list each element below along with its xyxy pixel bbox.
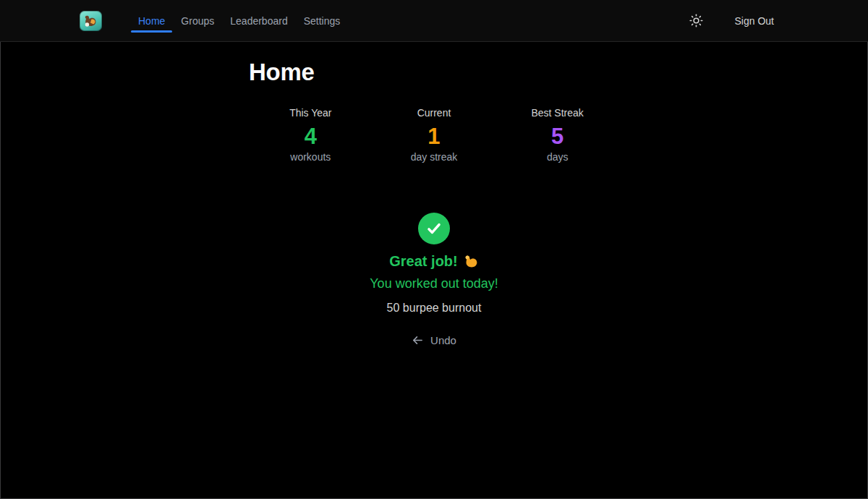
arrow-left-icon <box>412 334 424 346</box>
stat-unit: day streak <box>373 151 496 163</box>
stat-label: Best Streak <box>495 107 619 119</box>
stat-label: This Year <box>249 107 373 119</box>
navbar-right: Sign Out <box>689 14 788 27</box>
stats-row: This Year 4 workouts Current 1 day strea… <box>249 107 619 163</box>
navbar: Home Groups Leaderboard Settings <box>0 0 868 42</box>
stat-unit: workouts <box>249 151 373 163</box>
stat-this-year: This Year 4 workouts <box>249 107 373 163</box>
stat-best-streak: Best Streak 5 days <box>495 107 619 163</box>
main-content: Home This Year 4 workouts Current 1 day … <box>249 42 619 349</box>
workout-name: 50 burpee burnout <box>249 301 619 315</box>
sun-icon <box>689 14 703 27</box>
active-tab-underline <box>131 30 172 33</box>
great-job-text: Great job! <box>389 252 457 270</box>
nav-item-groups[interactable]: Groups <box>174 0 221 41</box>
stat-label: Current <box>373 107 496 119</box>
checkmark-icon <box>425 219 443 238</box>
nav-item-leaderboard[interactable]: Leaderboard <box>223 0 294 41</box>
main-nav: Home Groups Leaderboard Settings <box>131 0 347 41</box>
stat-unit: days <box>495 151 619 163</box>
logo-bicep-art <box>82 13 99 29</box>
undo-button[interactable]: Undo <box>412 334 456 346</box>
stat-current-streak: Current 1 day streak <box>373 107 496 163</box>
flexed-bicep-icon <box>464 254 479 269</box>
worked-out-message: You worked out today! <box>249 276 619 291</box>
undo-label: Undo <box>430 334 456 346</box>
page-title: Home <box>249 59 619 85</box>
theme-toggle-button[interactable] <box>689 14 703 27</box>
app-logo-icon[interactable] <box>80 11 102 31</box>
nav-item-groups-label: Groups <box>181 15 214 27</box>
nav-item-settings[interactable]: Settings <box>297 0 348 41</box>
nav-item-home-label: Home <box>138 15 165 27</box>
workout-complete-section: Great job! You worked out today! 50 burp… <box>249 213 619 349</box>
stat-value: 1 <box>373 124 496 149</box>
great-job-heading: Great job! <box>249 252 619 270</box>
stat-value: 5 <box>495 124 619 149</box>
sign-out-button[interactable]: Sign Out <box>735 15 774 27</box>
nav-item-home[interactable]: Home <box>131 0 172 41</box>
nav-item-leaderboard-label: Leaderboard <box>230 15 287 27</box>
navbar-inner: Home Groups Leaderboard Settings <box>80 0 788 41</box>
nav-item-settings-label: Settings <box>304 15 341 27</box>
check-circle-icon <box>418 213 450 244</box>
stat-value: 4 <box>249 124 373 149</box>
